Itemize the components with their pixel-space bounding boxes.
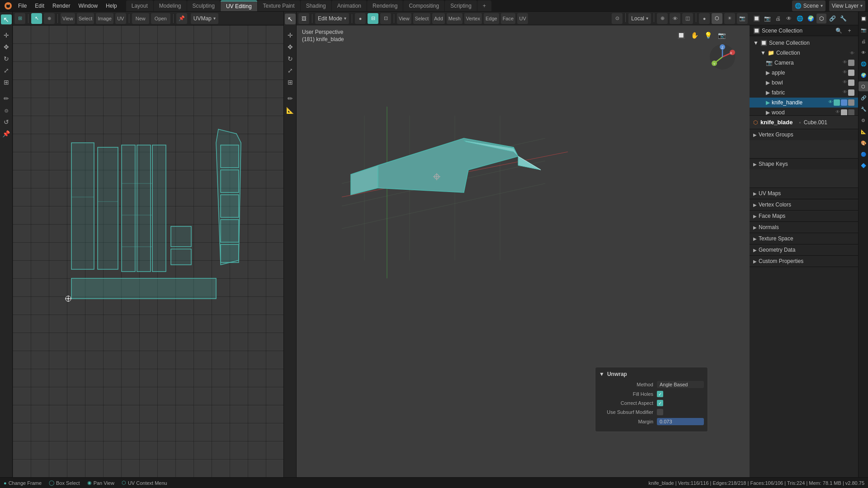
tree-collection[interactable]: ▼ 📁 Collection 👁	[750, 48, 858, 58]
vp-move-tool[interactable]: ✥	[285, 42, 296, 52]
vp-face-mode[interactable]: ⊡	[380, 13, 391, 24]
vp-annotate-tool[interactable]: ✏	[285, 93, 296, 104]
menu-window[interactable]: Window	[75, 2, 101, 10]
right-icon-14[interactable]: 🔷	[859, 160, 868, 170]
uv-editor-type-icon[interactable]: ⊞	[14, 13, 25, 24]
menu-help[interactable]: Help	[102, 2, 121, 10]
vp-measure-tool[interactable]: 📐	[285, 105, 296, 116]
vp-select-menu[interactable]: Select	[413, 13, 431, 24]
tree-knife-handle-vis[interactable]: 👁	[828, 99, 833, 106]
vp-vertex-mode[interactable]: ●	[355, 13, 366, 24]
viewport-canvas[interactable]: User Perspective (181) knife_blade	[297, 25, 750, 477]
vp-editor-type[interactable]: 🖼	[298, 13, 309, 24]
right-icon-3[interactable]: 🖨	[859, 36, 868, 46]
tab-compositing[interactable]: Compositing	[403, 0, 444, 11]
tree-scene-collection[interactable]: ▼ 🔲 Scene Collection	[750, 38, 858, 48]
pin-tool[interactable]: 📌	[1, 128, 12, 139]
uv-cursor-mode[interactable]: ⊕	[44, 13, 55, 24]
unwrap-margin-value[interactable]: 0.073	[657, 418, 704, 425]
menu-render[interactable]: Render	[49, 2, 74, 10]
tab-modeling[interactable]: Modeling	[154, 0, 187, 11]
vp-view-menu[interactable]: View	[397, 13, 411, 24]
right-icon-1[interactable]: 🔲	[859, 14, 868, 23]
prop-icon-constraint[interactable]: 🔗	[827, 14, 837, 23]
vp-edge-mode[interactable]: ⊟	[368, 13, 378, 24]
uv-image-btn[interactable]: Image	[96, 13, 113, 24]
uv-view-btn[interactable]: View	[61, 13, 75, 24]
right-icon-4[interactable]: 👁	[859, 47, 868, 57]
tree-wood-vis[interactable]: 👁	[835, 109, 840, 116]
prop-icon-scene[interactable]: 🔲	[751, 14, 761, 23]
vp-xray[interactable]: ◫	[682, 13, 693, 24]
vp-snap[interactable]: ⊕	[657, 13, 668, 24]
right-icon-7[interactable]: ⬡	[859, 81, 868, 91]
tree-item-bowl[interactable]: ▶ bowl 👁	[750, 78, 858, 88]
vp-uv-menu[interactable]: UV	[517, 13, 528, 24]
tree-camera-vis[interactable]: 👁	[843, 60, 847, 66]
right-icon-12[interactable]: 🎨	[859, 138, 868, 148]
menu-file[interactable]: File	[14, 2, 30, 10]
move-tool[interactable]: ✥	[1, 42, 12, 52]
section-ts-header[interactable]: ▶ Texture Space	[750, 233, 858, 244]
section-vc-header[interactable]: ▶ Vertex Colors	[750, 199, 858, 210]
vp-transform-tool[interactable]: ⊞	[285, 77, 296, 88]
vp-mode-selector[interactable]: Edit Mode	[315, 13, 349, 24]
section-normals-header[interactable]: ▶ Normals	[750, 222, 858, 233]
uvmap-dropdown[interactable]: UVMap	[191, 13, 218, 24]
vp-proportional-edit[interactable]: ⊙	[612, 13, 623, 24]
uv-new-image-btn[interactable]: New	[132, 13, 149, 24]
tree-item-knife-handle[interactable]: ▶ knife_handle 👁	[750, 98, 858, 108]
right-icon-9[interactable]: 🔧	[859, 104, 868, 114]
prop-icon-output[interactable]: 🖨	[773, 14, 783, 23]
right-icon-2[interactable]: 📷	[859, 25, 868, 35]
vp-solid-view[interactable]: ⬡	[712, 13, 722, 24]
section-uv-maps-header[interactable]: ▶ UV Maps	[750, 188, 858, 199]
outliner-filter[interactable]: 🔍	[834, 26, 844, 36]
right-icon-10[interactable]: ⚙	[859, 115, 868, 125]
vp-add-menu[interactable]: Add	[432, 13, 445, 24]
unwrap-subsurf-checkbox[interactable]	[657, 409, 663, 415]
right-icon-6[interactable]: 🌍	[859, 70, 868, 80]
rotate-tool[interactable]: ↻	[1, 53, 12, 64]
blender-logo[interactable]	[3, 0, 14, 11]
vp-icon-camera-settings[interactable]: 📷	[716, 30, 727, 41]
vp-edge-menu[interactable]: Edge	[484, 13, 499, 24]
section-cp-header[interactable]: ▶ Custom Properties	[750, 256, 858, 267]
menu-edit[interactable]: Edit	[31, 2, 48, 10]
tab-scripting[interactable]: Scripting	[445, 0, 477, 11]
prop-icon-scene2[interactable]: 🌐	[795, 14, 805, 23]
vp-select-tool[interactable]: ↖	[285, 14, 296, 24]
uv-canvas[interactable]	[13, 25, 283, 477]
prop-icon-modifier[interactable]: 🔧	[838, 14, 848, 23]
uv-uv-btn[interactable]: UV	[115, 13, 126, 24]
vp-transform-orientation[interactable]: Local	[628, 13, 651, 24]
vp-mesh-menu[interactable]: Mesh	[447, 13, 462, 24]
scale-tool[interactable]: ⤢	[1, 65, 12, 76]
vp-icon-grab[interactable]: ✋	[689, 30, 700, 41]
section-vertex-groups-header[interactable]: ▶ Vertex Groups	[750, 129, 858, 140]
vp-rotate-tool[interactable]: ↻	[285, 53, 296, 64]
vp-render-view[interactable]: 📷	[737, 13, 748, 24]
prop-icon-view[interactable]: 👁	[784, 14, 794, 23]
vp-scale-tool[interactable]: ⤢	[285, 65, 296, 76]
vp-icon-scene[interactable]: 🔲	[675, 30, 686, 41]
unwrap-method-value[interactable]: Angle Based	[657, 381, 704, 388]
cursor-tool[interactable]: ✛	[1, 30, 12, 41]
transform-tool[interactable]: ⊞	[1, 77, 12, 88]
scene-selector[interactable]: 🌐 Scene	[792, 0, 826, 11]
tree-item-apple[interactable]: ▶ apple 👁	[750, 68, 858, 78]
right-icon-11[interactable]: 📐	[859, 127, 868, 136]
tree-apple-vis[interactable]: 👁	[843, 70, 847, 76]
tree-item-camera[interactable]: 📷 Camera 👁	[750, 58, 858, 68]
section-shape-keys-header[interactable]: ▶ Shape Keys	[750, 159, 858, 169]
outliner-add[interactable]: +	[844, 26, 854, 36]
tree-fabric-vis[interactable]: 👁	[843, 89, 847, 96]
viewlayer-selector[interactable]: View Layer	[829, 0, 865, 11]
vp-vertex-menu[interactable]: Vertex	[464, 13, 482, 24]
right-icon-5[interactable]: 🌐	[859, 59, 868, 69]
prop-icon-world[interactable]: 🌍	[806, 14, 816, 23]
vp-material-preview[interactable]: ●	[699, 13, 710, 24]
right-icon-8[interactable]: 🔗	[859, 93, 868, 103]
smooth-tool[interactable]: ⌾	[1, 105, 12, 116]
unwrap-collapse-icon[interactable]: ▼	[599, 371, 604, 377]
